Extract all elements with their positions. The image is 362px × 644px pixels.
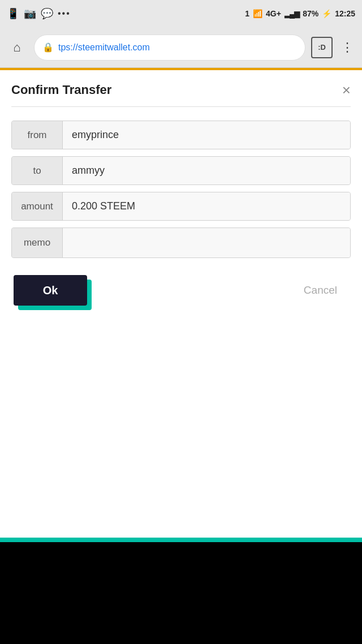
white-area [0,432,362,538]
memo-label: memo [12,228,63,257]
amount-value: 0.200 STEEM [63,192,350,220]
dialog-header: Confirm Transfer × [11,83,351,107]
from-label: from [12,121,63,149]
network-type: 4G+ [266,9,281,18]
lock-icon: 🔒 [42,42,54,53]
status-info-right: 1 📶 4G+ ▂▄▆ 87% ⚡ 12:25 [245,9,355,18]
sim-number: 1 [245,9,249,18]
confirm-transfer-dialog: Confirm Transfer × from emyprince to amm… [0,70,362,432]
url-prefix: tps:// [58,42,78,52]
dialog-title: Confirm Transfer [11,83,111,97]
tab-button[interactable]: :D [311,37,333,58]
button-row: Ok Cancel [11,275,351,306]
amount-label: amount [12,192,63,220]
image-icon: 📷 [24,7,36,20]
amount-row: amount 0.200 STEEM [11,192,351,221]
url-bar[interactable]: 🔒 tps://steemitwallet.com [34,35,305,61]
browser-actions: :D ⋮ [311,37,356,58]
whatsapp-icon: 📱 [7,7,19,20]
to-value: ammyy [63,157,350,184]
chat-icon: 💬 [41,7,53,20]
battery-icon: ⚡ [322,9,331,18]
cancel-button[interactable]: Cancel [292,278,348,302]
from-row: from emyprince [11,121,351,149]
clock: 12:25 [335,9,355,18]
dots-icon: ••• [58,8,71,19]
url-domain: steemitwallet.com [78,42,150,52]
to-label: to [12,157,63,184]
url-text: tps://steemitwallet.com [58,42,297,53]
from-value: emyprince [63,121,350,149]
ok-button-wrapper: Ok [14,275,87,306]
bezel-bottom [0,542,362,644]
signal-bars-icon: ▂▄▆ [285,10,299,18]
to-row: to ammyy [11,156,351,185]
status-icons-left: 📱 📷 💬 ••• [7,7,71,20]
close-button[interactable]: × [342,83,351,97]
memo-value[interactable] [63,228,350,257]
battery-percent: 87% [303,9,318,18]
status-bar: 📱 📷 💬 ••• 1 📶 4G+ ▂▄▆ 87% ⚡ 12:25 [0,0,362,27]
teal-bottom-bar [0,538,362,542]
more-menu-button[interactable]: ⋮ [338,40,356,55]
ok-button[interactable]: Ok [14,275,87,306]
home-button[interactable]: ⌂ [6,36,28,59]
signal-strength-icon: 📶 [253,9,262,18]
memo-row: memo [11,227,351,258]
browser-bar: ⌂ 🔒 tps://steemitwallet.com :D ⋮ [0,27,362,68]
